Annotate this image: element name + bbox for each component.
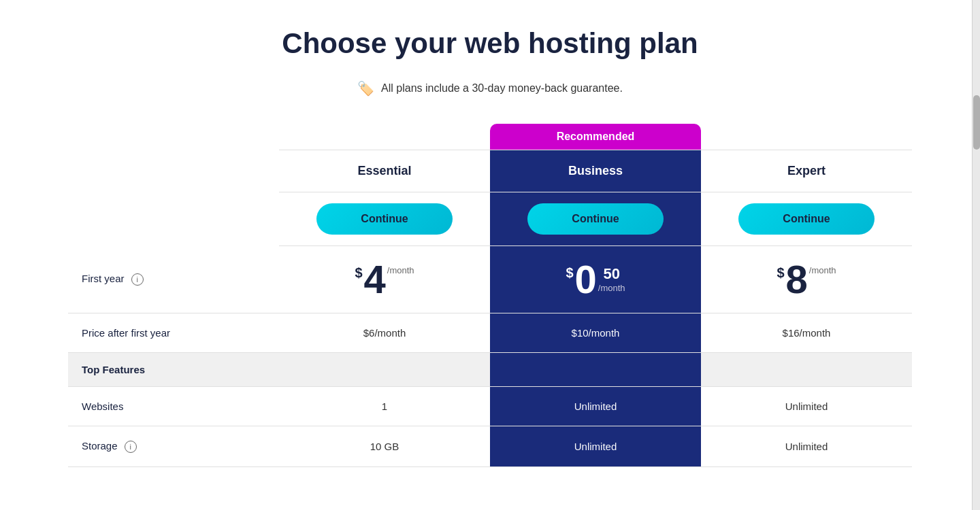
expert-price-dollar: $: [777, 265, 784, 281]
storage-label-cell: Storage i: [68, 426, 279, 467]
top-features-business-cell: [490, 353, 701, 387]
expert-price-number: 8: [786, 260, 808, 299]
top-features-header-row: Top Features: [68, 353, 912, 387]
essential-price-dollar: $: [355, 265, 362, 281]
storage-row: Storage i 10 GB Unlimited Unlimited: [68, 426, 912, 467]
business-continue-button[interactable]: Continue: [527, 203, 664, 235]
recommended-row: Recommended: [68, 124, 912, 150]
business-price-cents: 50: [598, 265, 625, 283]
business-price: $ 0 50 /month: [504, 260, 687, 299]
plan-header-row: Essential Business Expert: [68, 150, 912, 192]
business-price-number: 0: [575, 260, 597, 299]
essential-button-cell: Continue: [279, 192, 490, 246]
top-features-label-cell: Top Features: [68, 353, 279, 387]
essential-rec-spacer: [279, 124, 490, 150]
storage-info-icon[interactable]: i: [125, 441, 137, 453]
essential-price-cents-wrapper: /month: [387, 265, 414, 275]
guarantee-text: All plans include a 30-day money-back gu…: [381, 82, 623, 95]
business-price-cents-wrapper: 50 /month: [598, 265, 625, 293]
tag-icon: 🏷️: [357, 80, 374, 97]
storage-label: Storage: [82, 440, 118, 452]
expert-button-cell: Continue: [701, 192, 912, 246]
plan-header-label-spacer: [68, 150, 279, 192]
top-features-essential-cell: [279, 353, 490, 387]
essential-price-number: 4: [364, 260, 386, 299]
expert-first-year-cell: $ 8 /month: [701, 246, 912, 313]
page-title: Choose your web hosting plan: [282, 27, 698, 60]
expert-continue-button[interactable]: Continue: [738, 203, 875, 235]
expert-header: Expert: [701, 150, 912, 192]
essential-header: Essential: [279, 150, 490, 192]
business-price-after-cell: $10/month: [490, 313, 701, 353]
expert-price-after-cell: $16/month: [701, 313, 912, 353]
recommended-badge: Recommended: [490, 124, 701, 150]
expert-storage-cell: Unlimited: [701, 426, 912, 467]
price-after-row: Price after first year $6/month $10/mont…: [68, 313, 912, 353]
button-row: Continue Continue Continue: [68, 192, 912, 246]
websites-row: Websites 1 Unlimited Unlimited: [68, 387, 912, 426]
business-recommended-badge-cell: Recommended: [490, 124, 701, 150]
top-features-expert-cell: [701, 353, 912, 387]
essential-first-year-cell: $ 4 /month: [279, 246, 490, 313]
websites-label: Websites: [82, 401, 123, 412]
essential-price-after-cell: $6/month: [279, 313, 490, 353]
pricing-table: Recommended Essential Business Expert Co…: [68, 124, 912, 467]
business-button-cell: Continue: [490, 192, 701, 246]
scrollbar[interactable]: [972, 0, 980, 510]
business-price-dollar: $: [566, 265, 573, 281]
price-after-label: Price after first year: [82, 327, 170, 339]
essential-continue-button[interactable]: Continue: [316, 203, 453, 235]
essential-price-period: /month: [387, 265, 414, 275]
websites-label-cell: Websites: [68, 387, 279, 426]
first-year-row: First year i $ 4 /month $ 0 50: [68, 246, 912, 313]
business-price-period: /month: [598, 283, 625, 293]
expert-price-cents-wrapper: /month: [809, 265, 836, 275]
expert-websites-cell: Unlimited: [701, 387, 912, 426]
expert-price-period: /month: [809, 265, 836, 275]
guarantee-row: 🏷️ All plans include a 30-day money-back…: [357, 80, 623, 97]
scrollbar-thumb[interactable]: [973, 95, 980, 150]
expert-price: $ 8 /month: [715, 260, 898, 299]
price-after-label-cell: Price after first year: [68, 313, 279, 353]
rec-label-spacer: [68, 124, 279, 150]
essential-price: $ 4 /month: [293, 260, 476, 299]
first-year-label: First year: [82, 273, 125, 284]
business-header: Business: [490, 150, 701, 192]
page-wrapper: Choose your web hosting plan 🏷️ All plan…: [0, 0, 980, 510]
essential-storage-cell: 10 GB: [279, 426, 490, 467]
business-first-year-cell: $ 0 50 /month: [490, 246, 701, 313]
first-year-label-cell: First year i: [68, 246, 279, 313]
expert-rec-spacer: [701, 124, 912, 150]
first-year-info-icon[interactable]: i: [131, 273, 144, 286]
button-label-spacer: [68, 192, 279, 246]
business-websites-cell: Unlimited: [490, 387, 701, 426]
essential-websites-cell: 1: [279, 387, 490, 426]
business-storage-cell: Unlimited: [490, 426, 701, 467]
